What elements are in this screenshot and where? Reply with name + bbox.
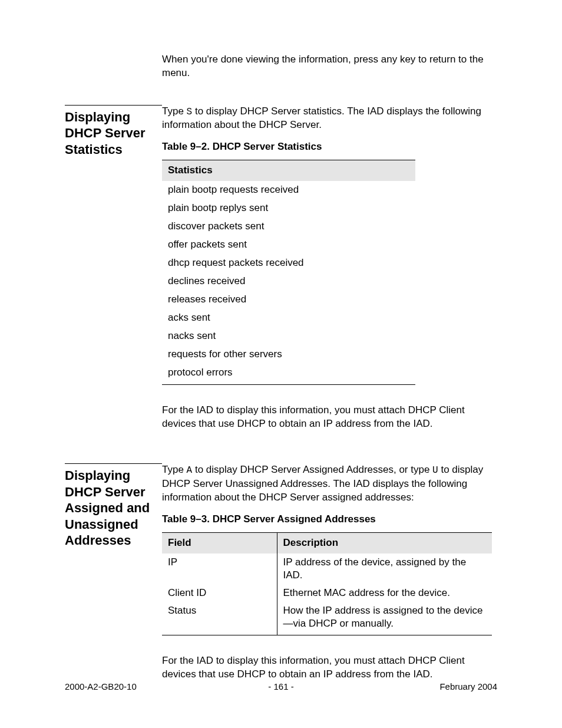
table-header-field: Field bbox=[162, 532, 277, 553]
assigned-table-body: IP IP address of the device, assigned by… bbox=[162, 554, 492, 635]
table-cell: requests for other servers bbox=[162, 345, 415, 364]
table-header: Statistics bbox=[162, 160, 415, 181]
footer-date: February 2004 bbox=[439, 681, 497, 691]
text-fragment: to display DHCP Server Assigned Addresse… bbox=[192, 464, 432, 475]
table-row: protocol errors bbox=[162, 364, 415, 384]
text-fragment: Type bbox=[162, 106, 187, 117]
section2-para2: For the IAD to display this information,… bbox=[162, 654, 497, 681]
table-header-description: Description bbox=[277, 532, 492, 553]
table-row: Status How the IP address is assigned to… bbox=[162, 602, 492, 635]
footer-doc-id: 2000-A2-GB20-10 bbox=[65, 681, 137, 691]
table-row: releases received bbox=[162, 291, 415, 309]
key-u: U bbox=[432, 465, 438, 476]
section1-para1: Type S to display DHCP Server statistics… bbox=[162, 105, 497, 133]
dhcp-assigned-table: Field Description IP IP address of the d… bbox=[162, 532, 492, 635]
section-dhcp-statistics: Displaying DHCP Server Sta­tistics Type … bbox=[65, 105, 497, 439]
key-s: S bbox=[187, 107, 193, 117]
stats-table-body: plain bootp requests received plain boot… bbox=[162, 181, 415, 384]
intro-paragraph: When you're done viewing the information… bbox=[162, 53, 497, 80]
table-caption: Table 9–3. DHCP Server Assigned Addresse… bbox=[162, 513, 497, 526]
table-cell-desc: Ethernet MAC address for the device. bbox=[277, 584, 492, 602]
table-row: requests for other servers bbox=[162, 345, 415, 364]
table-cell: declines received bbox=[162, 272, 415, 291]
table-row: dhcp request packets received bbox=[162, 254, 415, 272]
table-caption: Table 9–2. DHCP Server Statistics bbox=[162, 140, 497, 154]
table-row: nacks sent bbox=[162, 327, 415, 345]
table-cell: plain bootp replys sent bbox=[162, 199, 415, 218]
text-fragment: to display DHCP Server statistics. The I… bbox=[162, 106, 481, 131]
table-cell: dhcp request packets received bbox=[162, 254, 415, 272]
table-row: Client ID Ethernet MAC address for the d… bbox=[162, 584, 492, 602]
dhcp-statistics-table: Statistics plain bootp requests received… bbox=[162, 160, 415, 384]
table-row: IP IP address of the device, assigned by… bbox=[162, 554, 492, 584]
table-row: declines received bbox=[162, 272, 415, 291]
table-row: acks sent bbox=[162, 309, 415, 327]
table-cell-field: Status bbox=[162, 602, 277, 635]
section-body: Type A to display DHCP Server Assigned A… bbox=[162, 463, 497, 690]
page-footer: 2000-A2-GB20-10 - 161 - February 2004 bbox=[65, 681, 497, 691]
table-cell: acks sent bbox=[162, 309, 415, 327]
table-cell-field: Client ID bbox=[162, 584, 277, 602]
table-cell: releases received bbox=[162, 291, 415, 309]
section2-para1: Type A to display DHCP Server Assigned A… bbox=[162, 463, 497, 504]
section-body: Type S to display DHCP Server statistics… bbox=[162, 105, 497, 439]
section-heading-container: Displaying DHCP Server Sta­tistics bbox=[65, 105, 162, 439]
section-heading: Displaying DHCP Server Assigned and Unas… bbox=[65, 467, 162, 549]
section-heading-container: Displaying DHCP Server Assigned and Unas… bbox=[65, 463, 162, 690]
page-content: When you're done viewing the information… bbox=[0, 0, 562, 690]
table-row: plain bootp requests received bbox=[162, 181, 415, 199]
table-cell-field: IP bbox=[162, 554, 277, 584]
table-cell: offer packets sent bbox=[162, 236, 415, 254]
section-heading: Displaying DHCP Server Sta­tistics bbox=[65, 109, 162, 158]
table-cell: plain bootp requests received bbox=[162, 181, 415, 199]
section-dhcp-addresses: Displaying DHCP Server Assigned and Unas… bbox=[65, 463, 497, 690]
table-cell: discover packets sent bbox=[162, 218, 415, 236]
table-cell: nacks sent bbox=[162, 327, 415, 345]
table-cell-desc: How the IP address is assigned to the de… bbox=[277, 602, 492, 635]
table-cell-desc: IP address of the device, assigned by th… bbox=[277, 554, 492, 584]
table-cell: protocol errors bbox=[162, 364, 415, 384]
section1-para2: For the IAD to display this information,… bbox=[162, 404, 497, 431]
table-row: discover packets sent bbox=[162, 218, 415, 236]
key-a: A bbox=[187, 465, 193, 476]
table-row: plain bootp replys sent bbox=[162, 199, 415, 218]
footer-page-number: - 161 - bbox=[268, 681, 293, 691]
text-fragment: Type bbox=[162, 464, 187, 475]
table-row: offer packets sent bbox=[162, 236, 415, 254]
